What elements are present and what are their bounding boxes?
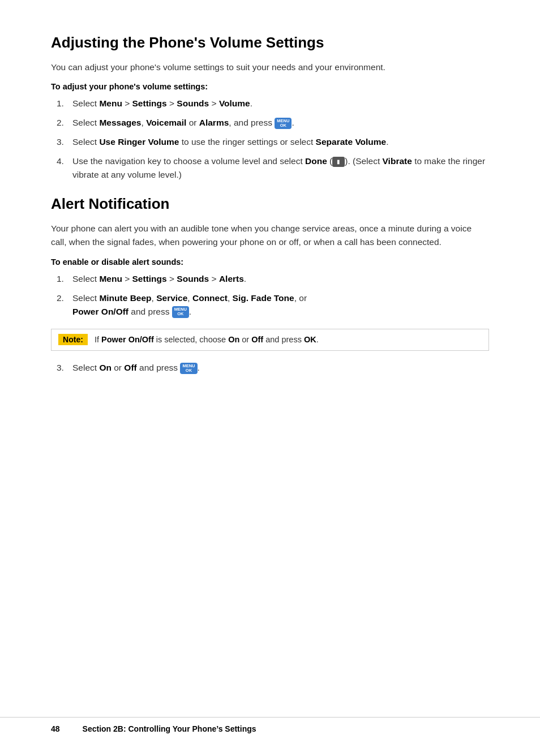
- alert-notification-title: Alert Notification: [51, 195, 489, 213]
- volume-step-1: 1. Select Menu > Settings > Sounds > Vol…: [57, 97, 489, 110]
- service-bold: Service: [156, 293, 187, 303]
- done-bold: Done: [305, 156, 327, 166]
- note-power-bold: Power On/Off: [101, 335, 154, 344]
- messages-bold: Messages: [99, 118, 141, 127]
- step-number-1: 1.: [57, 97, 72, 110]
- alert-sounds-bold: Sounds: [177, 274, 209, 284]
- alert-step-content-1: Select Menu > Settings > Sounds > Alerts…: [72, 272, 489, 286]
- settings-bold: Settings: [132, 98, 167, 108]
- step-content-2: Select Messages, Voicemail or Alarms, an…: [72, 116, 489, 130]
- alert-step-number-1: 1.: [57, 272, 72, 286]
- power-onoff-bold: Power On/Off: [72, 307, 128, 316]
- step-number-4: 4.: [57, 154, 72, 168]
- menu-ok-button-3: MENU OK: [180, 363, 197, 375]
- alarms-bold: Alarms: [199, 118, 229, 127]
- alert-step-number-2: 2.: [57, 291, 72, 305]
- alert-step-2: 2. Select Minute Beep, Service, Connect,…: [57, 291, 489, 319]
- step-content-4: Use the navigation key to choose a volum…: [72, 154, 489, 182]
- volume-step-2: 2. Select Messages, Voicemail or Alarms,…: [57, 116, 489, 130]
- alert-steps-list: 1. Select Menu > Settings > Sounds > Ale…: [57, 272, 489, 319]
- vibrate-bold: Vibrate: [383, 156, 412, 166]
- note-label: Note:: [58, 334, 88, 345]
- alert-step-1: 1. Select Menu > Settings > Sounds > Ale…: [57, 272, 489, 286]
- done-icon: ▮: [332, 157, 345, 167]
- volume-settings-intro: You can adjust your phone's volume setti…: [51, 61, 489, 74]
- separate-volume-bold: Separate Volume: [316, 137, 387, 147]
- footer-section-text: Section 2B: Controlling Your Phone’s Set…: [83, 724, 256, 733]
- step-number-3: 3.: [57, 135, 72, 149]
- volume-settings-section: Adjusting the Phone's Volume Settings Yo…: [51, 34, 489, 182]
- on-bold: On: [99, 363, 112, 372]
- alert-step-3: 3. Select On or Off and press MENU OK .: [57, 361, 489, 375]
- footer: 48 Section 2B: Controlling Your Phone’s …: [0, 717, 540, 733]
- footer-page-number: 48: [51, 724, 60, 733]
- sounds-bold: Sounds: [177, 98, 209, 108]
- note-text: If Power On/Off is selected, choose On o…: [95, 334, 319, 346]
- note-off-bold: Off: [251, 335, 263, 344]
- alerts-bold: Alerts: [219, 274, 244, 284]
- alert-step-content-3: Select On or Off and press MENU OK .: [72, 361, 489, 375]
- minute-beep-bold: Minute Beep: [99, 293, 151, 303]
- alert-settings-bold: Settings: [132, 274, 167, 284]
- volume-settings-instruction-label: To adjust your phone's volume settings:: [51, 82, 489, 91]
- alert-instruction-label: To enable or disable alert sounds:: [51, 257, 489, 267]
- note-box: Note: If Power On/Off is selected, choos…: [51, 329, 489, 351]
- connect-bold: Connect: [192, 293, 228, 303]
- step-content-3: Select Use Ringer Volume to use the ring…: [72, 135, 489, 149]
- page: Adjusting the Phone's Volume Settings Yo…: [0, 0, 540, 756]
- alert-notification-intro: Your phone can alert you with an audible…: [51, 222, 489, 249]
- volume-steps-list: 1. Select Menu > Settings > Sounds > Vol…: [57, 97, 489, 182]
- volume-step-4: 4. Use the navigation key to choose a vo…: [57, 154, 489, 182]
- menu-ok-button-1: MENU OK: [275, 118, 292, 130]
- step-number-2: 2.: [57, 116, 72, 130]
- volume-settings-title: Adjusting the Phone's Volume Settings: [51, 34, 489, 51]
- note-ok-bold: OK: [304, 335, 316, 344]
- menu-ok-button-2: MENU OK: [172, 306, 189, 318]
- sig-fade-bold: Sig. Fade Tone: [233, 293, 294, 303]
- alert-menu-bold: Menu: [99, 274, 122, 284]
- alert-notification-section: Alert Notification Your phone can alert …: [51, 195, 489, 375]
- step-content-1: Select Menu > Settings > Sounds > Volume…: [72, 97, 489, 110]
- volume-bold: Volume: [219, 98, 250, 108]
- note-on-bold: On: [228, 335, 239, 344]
- alert-steps-after-note: 3. Select On or Off and press MENU OK .: [57, 361, 489, 375]
- alert-step-content-2: Select Minute Beep, Service, Connect, Si…: [72, 291, 489, 319]
- use-ringer-bold: Use Ringer Volume: [99, 137, 179, 147]
- voicemail-bold: Voicemail: [146, 118, 186, 127]
- menu-bold: Menu: [99, 98, 122, 108]
- volume-step-3: 3. Select Use Ringer Volume to use the r…: [57, 135, 489, 149]
- off-bold: Off: [124, 363, 136, 372]
- alert-step-number-3: 3.: [57, 361, 72, 375]
